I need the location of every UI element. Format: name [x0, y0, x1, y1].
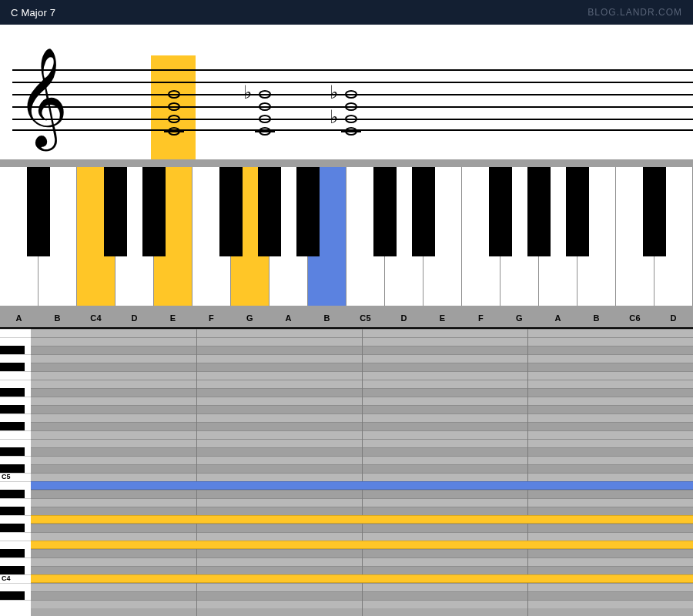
- key-label: B: [308, 313, 346, 323]
- roll-white-key[interactable]: [0, 430, 31, 439]
- whole-note-icon: [259, 102, 271, 111]
- key-label: C6: [616, 313, 654, 323]
- whole-note-icon: [168, 102, 180, 111]
- roll-white-key[interactable]: [0, 541, 31, 549]
- treble-clef-icon: 𝄞: [17, 54, 68, 140]
- piano-roll: C5C4: [0, 327, 693, 616]
- black-key[interactable]: [643, 167, 666, 256]
- key-label: E: [424, 313, 461, 323]
- roll-white-key[interactable]: [0, 337, 31, 346]
- key-label: C4: [77, 313, 115, 323]
- roll-white-key[interactable]: [0, 329, 31, 337]
- roll-white-key[interactable]: [0, 515, 31, 524]
- flat-accidental-icon: ♭: [330, 83, 338, 102]
- key-label: C5: [346, 313, 384, 323]
- black-key[interactable]: [412, 167, 435, 256]
- roll-white-key[interactable]: [0, 413, 31, 422]
- roll-black-key[interactable]: [0, 422, 25, 430]
- flat-accidental-icon: ♭: [243, 83, 252, 102]
- chord-title: C Major 7: [11, 7, 55, 18]
- black-key[interactable]: [258, 167, 281, 256]
- roll-black-key[interactable]: [0, 388, 25, 397]
- roll-black-key[interactable]: [0, 566, 25, 574]
- ledger-line: [255, 131, 275, 132]
- roll-white-key[interactable]: [0, 354, 31, 363]
- piano-roll-grid: [31, 329, 693, 616]
- key-label: G: [231, 313, 269, 323]
- roll-white-key[interactable]: [0, 481, 31, 490]
- roll-white-key[interactable]: [0, 371, 31, 380]
- roll-black-key[interactable]: [0, 549, 25, 557]
- roll-black-key[interactable]: [0, 591, 25, 600]
- roll-black-key[interactable]: [0, 405, 25, 413]
- roll-white-key[interactable]: [0, 439, 31, 447]
- key-label: F: [192, 313, 230, 323]
- key-label: A: [0, 313, 38, 323]
- whole-note-icon: [168, 90, 180, 99]
- black-key[interactable]: [104, 167, 127, 256]
- octave-label: C4: [2, 574, 11, 582]
- whole-note-icon: [168, 115, 180, 123]
- key-label: F: [462, 313, 500, 323]
- ledger-line: [164, 131, 184, 132]
- roll-black-key[interactable]: [0, 490, 25, 498]
- key-label: B: [38, 313, 76, 323]
- midi-note[interactable]: [31, 541, 693, 549]
- key-label: A: [270, 313, 307, 323]
- midi-note[interactable]: [31, 481, 693, 490]
- header-bar: C Major 7 BLOG.LANDR.COM: [0, 0, 693, 25]
- bar-line: [527, 329, 528, 616]
- roll-white-key[interactable]: [0, 456, 31, 464]
- black-key[interactable]: [219, 167, 243, 256]
- roll-black-key[interactable]: [0, 447, 25, 456]
- key-label: A: [539, 313, 577, 323]
- bar-line: [362, 329, 363, 616]
- midi-note[interactable]: [31, 574, 693, 583]
- roll-black-key[interactable]: [0, 507, 25, 515]
- black-key[interactable]: [296, 167, 320, 256]
- black-key[interactable]: [527, 167, 551, 256]
- whole-note-icon: [345, 102, 357, 111]
- key-label: E: [154, 313, 192, 323]
- roll-white-key[interactable]: [0, 583, 31, 591]
- roll-white-key[interactable]: [0, 557, 31, 566]
- key-label: B: [578, 313, 615, 323]
- roll-white-key[interactable]: [0, 380, 31, 388]
- bar-line: [196, 329, 197, 616]
- whole-note-icon: [259, 115, 271, 123]
- key-label: D: [116, 313, 153, 323]
- roll-black-key[interactable]: [0, 363, 25, 371]
- whole-note-icon: [345, 90, 357, 99]
- key-label: D: [385, 313, 423, 323]
- black-key[interactable]: [373, 167, 397, 256]
- music-staff: 𝄞 ♭♭♭: [0, 25, 693, 159]
- piano-keyboard: ABC4DEFGABC5DEFGABC6D: [0, 159, 693, 327]
- roll-black-key[interactable]: [0, 524, 25, 532]
- brand-label: BLOG.LANDR.COM: [588, 7, 682, 18]
- piano-roll-key-column: C5C4: [0, 329, 31, 616]
- key-label: D: [654, 313, 692, 323]
- octave-label: C5: [2, 473, 11, 480]
- whole-note-icon: [259, 90, 271, 99]
- keyboard-keys: ABC4DEFGABC5DEFGABC6D: [0, 167, 693, 306]
- black-key[interactable]: [142, 167, 166, 256]
- black-key[interactable]: [27, 167, 50, 256]
- roll-white-key[interactable]: [0, 600, 31, 608]
- whole-note-icon: [345, 115, 357, 123]
- key-label: G: [500, 313, 538, 323]
- roll-black-key[interactable]: [0, 346, 25, 354]
- midi-note[interactable]: [31, 515, 693, 524]
- roll-white-key[interactable]: [0, 532, 31, 541]
- roll-black-key[interactable]: [0, 464, 25, 473]
- ledger-line: [341, 131, 361, 132]
- black-key[interactable]: [566, 167, 589, 256]
- flat-accidental-icon: ♭: [330, 108, 338, 126]
- roll-white-key[interactable]: [0, 397, 31, 405]
- roll-white-key[interactable]: [0, 498, 31, 507]
- black-key[interactable]: [489, 167, 512, 256]
